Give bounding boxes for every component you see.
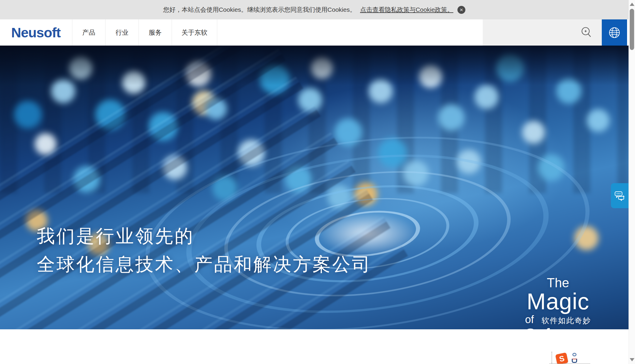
search-panel[interactable] (483, 19, 602, 46)
scrollbar-down-arrow[interactable] (630, 358, 634, 361)
nav-item-about[interactable]: 关于东软 (172, 19, 217, 46)
cookie-close-button[interactable]: ✕ (457, 6, 465, 14)
chat-widget-button[interactable] (611, 183, 629, 208)
globe-icon (608, 26, 621, 39)
lockup-of: of (525, 314, 534, 325)
nav-item-products[interactable]: 产品 (72, 19, 106, 46)
hero-headline-line2: 全球化信息技术、产品和解决方案公司 (37, 250, 372, 278)
overlay-hairline (549, 363, 590, 364)
page-scrollbar[interactable] (629, 0, 635, 364)
cookie-policy-link[interactable]: 点击查看隐私政策与Cookie政策。 (360, 6, 453, 14)
lockup-magic: Magic (520, 289, 596, 313)
neusoft-logo[interactable]: Neusoft (11, 19, 61, 46)
lockup-the: The (520, 276, 596, 289)
lockup-software: Software (520, 326, 596, 329)
cookie-message: 您好，本站点会使用Cookies。继续浏览表示您同意我们使用Cookies。 (163, 6, 356, 14)
hero-headline-line1: 我们是行业领先的 (37, 222, 372, 250)
chat-bubbles-icon (614, 190, 626, 202)
neusoft-homepage: 您好，本站点会使用Cookies。继续浏览表示您同意我们使用Cookies。 点… (0, 0, 635, 364)
lockup-tagline-cn: 软件如此奇妙 (542, 315, 591, 326)
hero-banner: 我们是行业领先的 全球化信息技术、产品和解决方案公司 The Magic of … (0, 46, 629, 329)
below-fold-section (0, 329, 629, 364)
language-globe-button[interactable] (602, 19, 627, 46)
person-mini-icon[interactable] (572, 353, 579, 363)
s-badge-icon[interactable]: S (555, 352, 569, 364)
hero-headline: 我们是行业领先的 全球化信息技术、产品和解决方案公司 (37, 222, 372, 278)
scrollbar-thumb[interactable] (630, 9, 634, 50)
nav-item-services[interactable]: 服务 (139, 19, 172, 46)
scrollbar-up-arrow[interactable] (630, 3, 634, 6)
close-icon: ✕ (459, 8, 463, 12)
dotted-divider (552, 352, 552, 363)
magic-of-software-lockup: The Magic of 软件如此奇妙 Software (520, 276, 596, 329)
nav-menu: 产品 行业 服务 关于东软 (72, 19, 217, 46)
cookie-banner: 您好，本站点会使用Cookies。继续浏览表示您同意我们使用Cookies。 点… (0, 0, 629, 19)
main-navbar: Neusoft 产品 行业 服务 关于东软 (0, 19, 629, 46)
search-icon[interactable] (581, 26, 592, 39)
nav-item-industries[interactable]: 行业 (106, 19, 139, 46)
bottom-right-overlay: S (549, 352, 590, 364)
